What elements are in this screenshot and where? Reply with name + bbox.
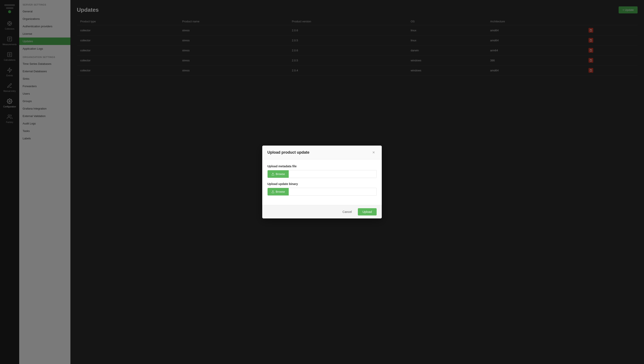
upload-button[interactable]: Upload — [358, 208, 377, 216]
upload-modal: Upload product update Upload metadata fi… — [262, 146, 382, 218]
metadata-file-input-row: Browse — [267, 170, 377, 178]
binary-upload-label: Upload update binary — [267, 182, 377, 186]
metadata-file-name — [289, 172, 376, 176]
modal-close-button[interactable] — [371, 150, 377, 155]
binary-file-name — [289, 190, 376, 194]
metadata-upload-label: Upload metadata file — [267, 164, 377, 168]
cancel-button[interactable]: Cancel — [339, 208, 356, 216]
modal-header: Upload product update — [262, 146, 382, 160]
metadata-upload-section: Upload metadata file Browse — [267, 164, 377, 178]
modal-footer: Cancel Upload — [262, 205, 382, 218]
binary-upload-section: Upload update binary Browse — [267, 182, 377, 196]
binary-browse-button[interactable]: Browse — [268, 188, 289, 196]
metadata-browse-button[interactable]: Browse — [268, 170, 289, 178]
modal-title: Upload product update — [267, 150, 309, 155]
binary-file-input-row: Browse — [267, 188, 377, 196]
modal-body: Upload metadata file Browse Upload updat… — [262, 160, 382, 205]
modal-overlay[interactable]: Upload product update Upload metadata fi… — [0, 0, 644, 364]
